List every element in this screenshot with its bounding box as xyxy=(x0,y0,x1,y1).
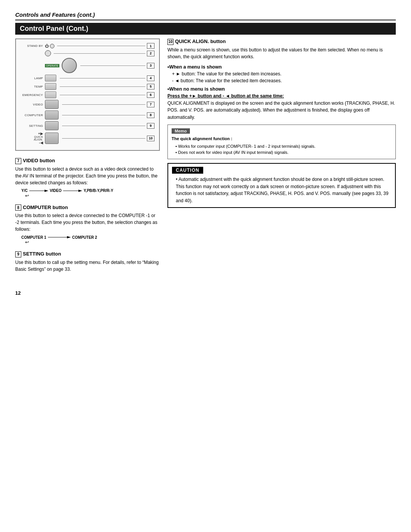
section-7-flow: Y/C VIDEO Y,PB/B-Y,PR/R- xyxy=(21,189,160,198)
line-1 xyxy=(57,46,145,46)
flow-arrow-3 xyxy=(48,235,71,240)
caution-text: Automatic adjustment with the quick alig… xyxy=(176,177,389,203)
num-badge-3: 3 xyxy=(147,63,155,69)
memo-box: Memo The quick alignment function : • Wo… xyxy=(167,125,396,159)
quick-align-button[interactable] xyxy=(45,133,59,144)
num-badge-8-label: 8 xyxy=(15,204,21,211)
flow-item-comp2: COMPUTER 2 xyxy=(72,235,97,240)
flow-row-7: Y/C VIDEO Y,PB/B-Y,PR/R- xyxy=(21,189,160,193)
flow-arrow-1 xyxy=(29,189,48,193)
panel-row-temp: TEMP 5 xyxy=(19,83,155,90)
svg-marker-1 xyxy=(45,190,48,192)
press-heading: Press the +► button and - ◄ button at th… xyxy=(167,93,396,99)
num-badge-7-label: 7 xyxy=(15,158,21,164)
plus-button-desc: + ► button: The value for the selected i… xyxy=(172,70,396,77)
num-badge-9: 9 xyxy=(147,123,155,129)
line-7 xyxy=(62,104,145,105)
arrow-svg-2 xyxy=(63,189,82,193)
num-badge-5: 5 xyxy=(147,84,155,89)
arrow-svg-1 xyxy=(29,189,48,193)
emergency-button[interactable] xyxy=(45,91,56,98)
section-10-intro: While a menu screen is shown, use this b… xyxy=(167,46,396,61)
power-icon: ⏻ xyxy=(45,44,49,48)
flow-back-arrow-8: ↩ xyxy=(25,240,160,245)
memo-content: The quick alignment function : • Works f… xyxy=(172,136,392,156)
section-8-flow: COMPUTER 1 COMPUTER 2 ↩ xyxy=(21,235,160,245)
minus-arrow-label: -◀ xyxy=(39,141,43,145)
standby-indicator xyxy=(50,44,54,48)
flow-item-yc: Y/C xyxy=(21,189,28,193)
computer-button[interactable] xyxy=(45,110,59,120)
num-badge-7: 7 xyxy=(147,102,155,107)
control-panel-diagram: STAND BY ⏻ 1 2 xyxy=(15,38,160,151)
flow-arrow-2 xyxy=(63,189,82,193)
memo-bullet-2: • Does not work for video input (AV IN i… xyxy=(175,149,392,156)
plus-arrow-label: +▶ xyxy=(38,132,43,136)
row2-controls: 2 xyxy=(45,50,155,56)
indicator-2 xyxy=(45,50,51,56)
page-number: 12 xyxy=(15,290,21,296)
line-5 xyxy=(60,86,145,87)
section-8-heading: 8 COMPUTER button xyxy=(15,204,160,211)
temp-button[interactable] xyxy=(45,83,56,90)
section-title: Control Panel (Cont.) xyxy=(20,25,88,32)
caution-box: CAUTION • Automatic adjustment with the … xyxy=(167,163,396,208)
section-10-heading: 10 QUICK ALIGN. button xyxy=(167,38,396,45)
panel-row-lamp: LAMP 4 xyxy=(19,75,155,81)
memo-bullet-1-text: Works for computer input (COMPUTER- 1 an… xyxy=(178,144,315,149)
panel-row-quick: +▶ QUICKALIGN. -◀ 10 xyxy=(19,132,155,145)
caution-content: • Automatic adjustment with the quick al… xyxy=(172,176,391,204)
when-menu-shown-heading: •When a menu is shown xyxy=(167,64,396,70)
num-badge-10: 10 xyxy=(147,136,155,141)
emergency-label: EMERGENCY xyxy=(19,93,45,97)
main-content: STAND BY ⏻ 1 2 xyxy=(15,38,396,279)
num-badge-4: 4 xyxy=(147,75,155,81)
bullet-symbol-1: • xyxy=(175,144,178,149)
left-column: STAND BY ⏻ 1 2 xyxy=(15,38,160,279)
section-8-title: COMPUTER button xyxy=(23,204,68,210)
computer-controls: 8 xyxy=(45,110,155,120)
temp-controls: 5 xyxy=(45,83,155,90)
caution-label: CAUTION xyxy=(172,167,203,174)
setting-controls: 9 xyxy=(45,121,155,130)
flow-item-video: VIDEO xyxy=(50,189,62,193)
section-8-body: Use this button to select a device conne… xyxy=(15,212,160,233)
panel-row-operate: OPERATE 3 xyxy=(19,58,155,73)
line-2 xyxy=(54,53,145,54)
num-badge-10-label: 10 xyxy=(167,39,174,45)
caution-bullet-symbol: • xyxy=(176,177,178,182)
operate-button[interactable] xyxy=(62,58,77,73)
lamp-button[interactable] xyxy=(45,75,56,81)
panel-row-computer: COMPUTER 8 xyxy=(19,110,155,120)
section-9-heading: 9 SETTING button xyxy=(15,251,160,257)
svg-marker-3 xyxy=(78,190,82,192)
standby-label: STAND BY xyxy=(19,44,45,48)
setting-button[interactable] xyxy=(45,121,59,130)
num-badge-1: 1 xyxy=(147,43,155,49)
arrow-svg-3 xyxy=(48,235,71,240)
line-6 xyxy=(60,95,145,95)
memo-bullet-1: • Works for computer input (COMPUTER- 1 … xyxy=(175,143,392,150)
lamp-label: LAMP xyxy=(19,77,45,80)
line-3 xyxy=(80,66,145,66)
section-9-title: SETTING button xyxy=(23,251,61,257)
right-column: 10 QUICK ALIGN. button While a menu scre… xyxy=(167,38,396,279)
quick-label-text: QUICKALIGN. xyxy=(19,136,43,141)
flow-back-arrow-7: ↩ xyxy=(25,193,160,198)
panel-row-2: 2 xyxy=(19,50,155,56)
line-10 xyxy=(62,138,145,139)
setting-label: SETTING xyxy=(19,124,45,128)
video-label: VIDEO xyxy=(19,103,45,106)
video-controls: 7 xyxy=(45,100,155,109)
minus-button-desc: - ◄ button: The value for the selected i… xyxy=(172,77,396,84)
header-title: Controls and Features (cont.) xyxy=(15,11,95,18)
page-footer: 12 xyxy=(15,290,396,296)
num-badge-2: 2 xyxy=(147,51,155,56)
page-header: Controls and Features (cont.) xyxy=(15,11,396,21)
line-9 xyxy=(62,126,145,126)
section-8: 8 COMPUTER button Use this button to sel… xyxy=(15,204,160,245)
section-7-heading: 7 VIDEO button xyxy=(15,158,160,164)
video-button[interactable] xyxy=(45,100,59,109)
lamp-controls: 4 xyxy=(45,75,155,81)
emergency-controls: 6 xyxy=(45,91,155,98)
